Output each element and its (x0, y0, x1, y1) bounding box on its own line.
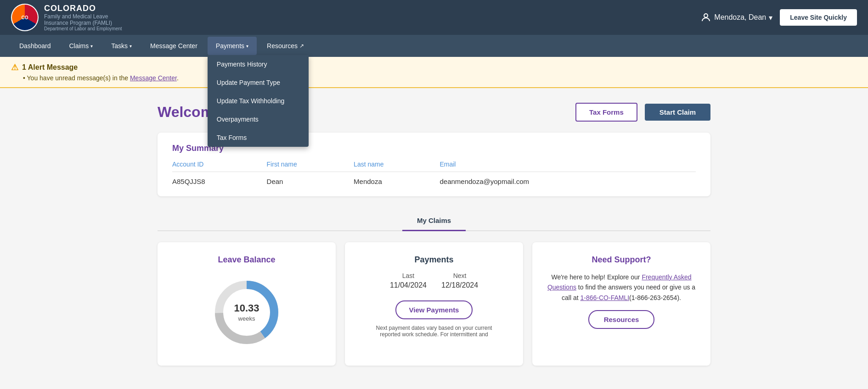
user-caret: ▾ (769, 13, 772, 22)
dropdown-update-payment-type[interactable]: Update Payment Type (208, 73, 309, 92)
user-name: Mendoza, Dean (714, 13, 766, 22)
email-value: deanmendoza@yopmail.com (440, 172, 696, 186)
col-last-name: Last name (354, 161, 440, 172)
nav-tasks[interactable]: Tasks ▾ (103, 37, 140, 55)
next-label: Next (441, 272, 478, 279)
resources-button[interactable]: Resources (588, 310, 655, 329)
nav-payments-container: Payments ▾ Payments History Update Payme… (208, 37, 257, 55)
alert-message: • You have unread message(s) in the Mess… (11, 74, 853, 82)
last-payment-col: Last 11/04/2024 (390, 272, 427, 289)
header-right: Mendoza, Dean ▾ Leave Site Quickly (700, 9, 857, 26)
support-text: We're here to help! Explore our Frequent… (543, 272, 699, 303)
user-icon (700, 12, 711, 23)
logo-icon: CO (11, 4, 39, 31)
alert-bar: ⚠ 1 Alert Message • You have unread mess… (0, 57, 868, 88)
tab-my-claims[interactable]: My Claims (402, 211, 466, 231)
account-id-value: A85QJJS8 (172, 172, 267, 186)
next-date: 12/18/2024 (441, 281, 478, 289)
nav-dashboard[interactable]: Dashboard (11, 37, 59, 55)
nav-payments[interactable]: Payments ▾ (208, 37, 257, 55)
view-payments-button[interactable]: View Payments (395, 300, 473, 319)
tax-forms-button[interactable]: Tax Forms (575, 103, 637, 122)
col-email: Email (440, 161, 696, 172)
start-claim-button[interactable]: Start Claim (645, 104, 710, 121)
dropdown-tax-forms[interactable]: Tax Forms (208, 128, 309, 147)
logo-inner-circle: CO (12, 5, 38, 30)
svg-point-0 (704, 14, 708, 17)
nav-message-center[interactable]: Message Center (142, 37, 206, 55)
nav-claims[interactable]: Claims ▾ (61, 37, 101, 55)
cards-row: Leave Balance 10.33 weeks Payments Last (158, 242, 710, 366)
payment-note: Next payment dates vary based on your cu… (374, 325, 494, 338)
donut-text: 10.33 weeks (234, 302, 259, 322)
top-header: CO COLORADO Family and Medical Leave Ins… (0, 0, 868, 35)
claims-caret: ▾ (90, 44, 93, 49)
phone-link[interactable]: 1-866-CO-FAMLI (581, 294, 630, 301)
leave-balance-card: Leave Balance 10.33 weeks (158, 242, 336, 366)
logo-subtitle2: Insurance Program (FAMLI) (44, 20, 122, 26)
top-actions: Tax Forms Start Claim (575, 103, 710, 122)
support-title: Need Support? (592, 255, 651, 265)
logo-area: CO COLORADO Family and Medical Leave Ins… (11, 4, 122, 31)
first-name-value: Dean (267, 172, 354, 186)
alert-title: ⚠ 1 Alert Message (11, 62, 853, 72)
payment-dates: Last 11/04/2024 Next 12/18/2024 (390, 272, 478, 289)
external-link-icon: ↗ (299, 43, 304, 49)
last-label: Last (390, 272, 427, 279)
leave-balance-value: 10.33 (234, 302, 259, 314)
tasks-caret: ▾ (130, 44, 132, 49)
logo-title: COLORADO (44, 4, 122, 13)
payments-card-title: Payments (414, 255, 453, 265)
col-first-name: First name (267, 161, 354, 172)
user-menu[interactable]: Mendoza, Dean ▾ (700, 12, 772, 23)
dropdown-overpayments[interactable]: Overpayments (208, 110, 309, 128)
main-nav: Dashboard Claims ▾ Tasks ▾ Message Cente… (0, 35, 868, 57)
dropdown-payments-history[interactable]: Payments History (208, 55, 309, 73)
last-name-value: Mendoza (354, 172, 440, 186)
table-row: A85QJJS8 Dean Mendoza deanmendoza@yopmai… (172, 172, 696, 186)
nav-resources[interactable]: Resources ↗ (259, 37, 312, 55)
payments-caret: ▾ (246, 44, 248, 49)
logo-text: COLORADO Family and Medical Leave Insura… (44, 4, 122, 31)
support-card: Need Support? We're here to help! Explor… (532, 242, 710, 366)
next-payment-col: Next 12/18/2024 (441, 272, 478, 289)
alert-icon: ⚠ (11, 62, 18, 72)
leave-balance-unit: weeks (238, 315, 255, 322)
summary-table: Account ID First name Last name Email A8… (172, 161, 696, 185)
dropdown-update-tax-withholding[interactable]: Update Tax Withholding (208, 92, 309, 110)
message-center-link[interactable]: Message Center (130, 74, 177, 82)
payments-card: Payments Last 11/04/2024 Next 12/18/2024… (345, 242, 523, 366)
tabs-bar: My Claims (158, 211, 710, 231)
leave-site-button[interactable]: Leave Site Quickly (780, 9, 857, 26)
logo-subtitle: Family and Medical Leave (44, 13, 122, 20)
last-date: 11/04/2024 (390, 281, 427, 289)
logo-dept: Department of Labor and Employment (44, 26, 122, 31)
leave-balance-title: Leave Balance (218, 255, 275, 265)
leave-balance-donut: 10.33 weeks (210, 276, 283, 349)
col-account-id: Account ID (172, 161, 267, 172)
payments-dropdown: Payments History Update Payment Type Upd… (208, 55, 309, 147)
